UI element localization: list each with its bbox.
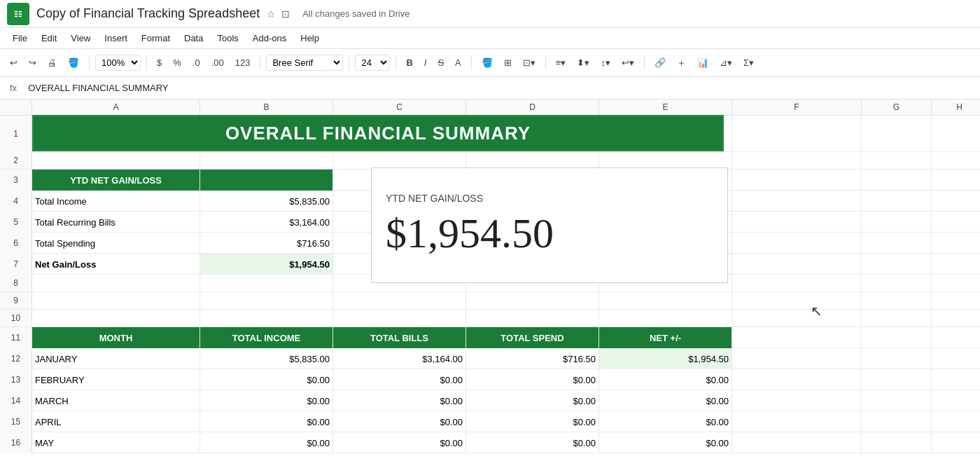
merged-title-cell[interactable]: OVERALL FINANCIAL SUMMARY bbox=[32, 115, 724, 151]
cell-h9[interactable] bbox=[932, 292, 980, 309]
align-button[interactable]: ≡▾ bbox=[552, 55, 570, 71]
fill-color-button[interactable]: 🪣 bbox=[477, 55, 497, 71]
cell-g5[interactable] bbox=[862, 212, 932, 233]
print-button[interactable]: 🖨 bbox=[43, 55, 61, 71]
cell-b10[interactable] bbox=[200, 310, 333, 326]
cell-g9[interactable] bbox=[862, 292, 932, 309]
menu-data[interactable]: Data bbox=[178, 30, 209, 46]
cell-a14[interactable]: MARCH bbox=[32, 390, 200, 411]
cell-a15[interactable]: APRIL bbox=[32, 411, 200, 432]
cell-a16[interactable]: MAY bbox=[32, 432, 200, 453]
menu-format[interactable]: Format bbox=[136, 30, 176, 46]
cell-e15[interactable]: $0.00 bbox=[599, 411, 732, 432]
cell-d16[interactable]: $0.00 bbox=[466, 432, 599, 453]
cell-f13[interactable] bbox=[732, 369, 862, 390]
format-code-button[interactable]: 123 bbox=[231, 55, 255, 71]
cell-f11[interactable] bbox=[732, 327, 862, 348]
cell-h10[interactable] bbox=[932, 310, 980, 326]
cell-b7[interactable]: $1,954.50 bbox=[200, 254, 333, 275]
cell-g6[interactable] bbox=[862, 233, 932, 254]
cell-g2[interactable] bbox=[862, 152, 932, 169]
cell-g3[interactable] bbox=[862, 170, 932, 191]
bold-button[interactable]: B bbox=[402, 55, 416, 71]
cell-e2[interactable] bbox=[599, 152, 732, 169]
decimal-left-button[interactable]: .0 bbox=[188, 55, 204, 71]
cell-d2[interactable] bbox=[466, 152, 599, 169]
text-wrap-button[interactable]: ↩▾ bbox=[617, 55, 638, 71]
cell-f9[interactable] bbox=[732, 292, 862, 309]
italic-button[interactable]: I bbox=[420, 55, 431, 71]
cell-a4[interactable]: Total Income bbox=[32, 191, 200, 212]
cell-f4[interactable] bbox=[732, 191, 862, 212]
cell-g15[interactable] bbox=[862, 411, 932, 432]
cell-g16[interactable] bbox=[862, 432, 932, 453]
cell-g8[interactable] bbox=[862, 275, 932, 291]
cell-c15[interactable]: $0.00 bbox=[333, 411, 466, 432]
font-size-select[interactable]: 24 bbox=[355, 55, 390, 71]
menu-view[interactable]: View bbox=[65, 30, 96, 46]
decimal-right-button[interactable]: .00 bbox=[207, 55, 228, 71]
menu-tools[interactable]: Tools bbox=[211, 30, 244, 46]
cell-c16[interactable]: $0.00 bbox=[333, 432, 466, 453]
cell-b12[interactable]: $5,835.00 bbox=[200, 348, 333, 369]
cell-g4[interactable] bbox=[862, 191, 932, 212]
cell-h14[interactable] bbox=[932, 390, 980, 411]
cell-h12[interactable] bbox=[932, 348, 980, 369]
cell-h3[interactable] bbox=[932, 170, 980, 191]
filter-button[interactable]: ⊿▾ bbox=[715, 55, 736, 71]
valign-button[interactable]: ⬍▾ bbox=[573, 55, 594, 71]
cell-f14[interactable] bbox=[732, 390, 862, 411]
cell-b9[interactable] bbox=[200, 292, 333, 309]
cell-d9[interactable] bbox=[466, 292, 599, 309]
menu-file[interactable]: File bbox=[7, 30, 33, 46]
cell-e14[interactable]: $0.00 bbox=[599, 390, 732, 411]
cell-f5[interactable] bbox=[732, 212, 862, 233]
cell-h7[interactable] bbox=[932, 254, 980, 275]
text-rotate-button[interactable]: ↕▾ bbox=[596, 55, 615, 71]
col-header-d[interactable]: D bbox=[466, 99, 599, 115]
cell-f12[interactable] bbox=[732, 348, 862, 369]
cell-f1[interactable] bbox=[732, 116, 862, 152]
cell-h11[interactable] bbox=[932, 327, 980, 348]
font-color-button[interactable]: A bbox=[451, 55, 465, 71]
cell-b16[interactable]: $0.00 bbox=[200, 432, 333, 453]
col-header-b[interactable]: B bbox=[200, 99, 333, 115]
cell-h1[interactable] bbox=[932, 116, 980, 152]
font-select[interactable]: Bree Serif bbox=[266, 55, 343, 71]
cell-a11[interactable]: MONTH bbox=[32, 327, 200, 348]
cell-a2[interactable] bbox=[32, 152, 200, 169]
cell-e13[interactable]: $0.00 bbox=[599, 369, 732, 390]
cell-h16[interactable] bbox=[932, 432, 980, 453]
cell-g10[interactable] bbox=[862, 310, 932, 326]
cell-b3[interactable] bbox=[200, 170, 333, 191]
col-header-a[interactable]: A bbox=[32, 99, 200, 115]
cell-f15[interactable] bbox=[732, 411, 862, 432]
cell-e10[interactable] bbox=[599, 310, 732, 326]
comment-button[interactable]: ＋ bbox=[673, 54, 690, 72]
cell-f6[interactable] bbox=[732, 233, 862, 254]
cell-h13[interactable] bbox=[932, 369, 980, 390]
link-button[interactable]: 🔗 bbox=[650, 55, 670, 71]
strikethrough-button[interactable]: S bbox=[433, 55, 448, 71]
col-header-f[interactable]: F bbox=[732, 99, 862, 115]
redo-button[interactable]: ↪ bbox=[24, 55, 41, 71]
zoom-select[interactable]: 100% bbox=[95, 55, 141, 71]
merge-button[interactable]: ⊡▾ bbox=[519, 55, 540, 71]
chart-button[interactable]: 📊 bbox=[693, 55, 713, 71]
drive-icon[interactable]: ⊡ bbox=[281, 8, 290, 20]
cell-b2[interactable] bbox=[200, 152, 333, 169]
cell-a13[interactable]: FEBRUARY bbox=[32, 369, 200, 390]
cell-a6[interactable]: Total Spending bbox=[32, 233, 200, 254]
cell-b5[interactable]: $3,164.00 bbox=[200, 212, 333, 233]
cell-f7[interactable] bbox=[732, 254, 862, 275]
col-header-h[interactable]: H bbox=[932, 99, 980, 115]
menu-addons[interactable]: Add-ons bbox=[247, 30, 292, 46]
menu-insert[interactable]: Insert bbox=[99, 30, 133, 46]
cell-c10[interactable] bbox=[333, 310, 466, 326]
cell-c2[interactable] bbox=[333, 152, 466, 169]
cell-d11[interactable]: TOTAL SPEND bbox=[466, 327, 599, 348]
function-button[interactable]: Σ▾ bbox=[739, 55, 758, 71]
cell-c11[interactable]: TOTAL BILLS bbox=[333, 327, 466, 348]
cell-f2[interactable] bbox=[732, 152, 862, 169]
cell-a10[interactable] bbox=[32, 310, 200, 326]
